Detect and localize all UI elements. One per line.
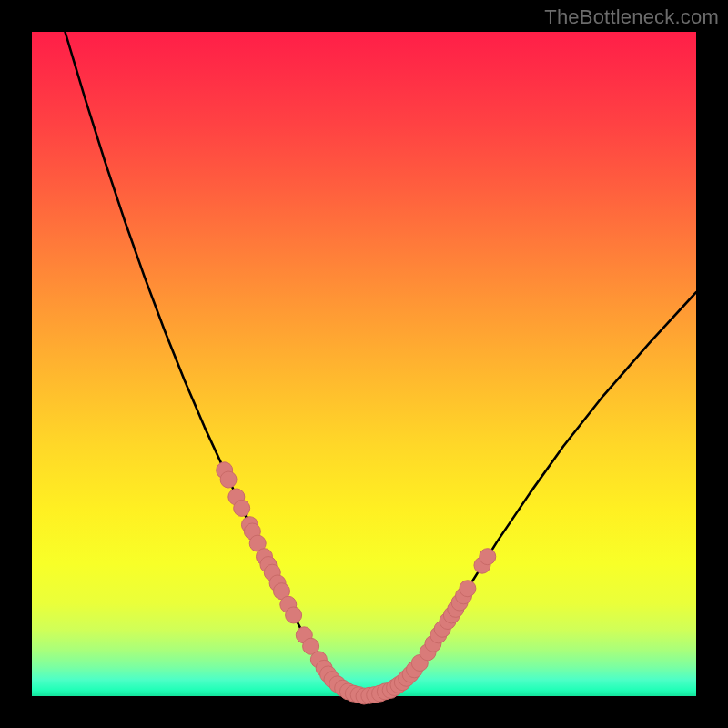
chart-svg <box>32 32 696 696</box>
outer-frame: TheBottleneck.com <box>0 0 728 728</box>
data-marker <box>460 581 476 597</box>
marker-group <box>217 462 496 704</box>
plot-area <box>32 32 696 696</box>
data-marker <box>234 500 250 516</box>
data-marker <box>286 607 302 623</box>
watermark-text: TheBottleneck.com <box>544 5 719 29</box>
bottleneck-curve <box>66 32 697 696</box>
data-marker <box>220 471 237 488</box>
data-marker <box>480 549 496 565</box>
